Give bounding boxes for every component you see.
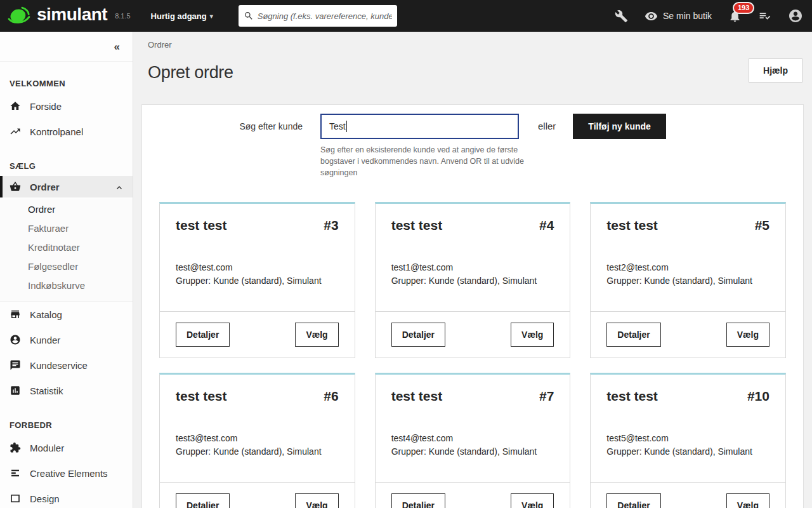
customer-id: #10	[747, 389, 769, 404]
or-label: eller	[538, 114, 556, 139]
trending-up-icon	[10, 126, 21, 137]
add-customer-button[interactable]: Tilføj ny kunde	[573, 114, 666, 139]
sidebar-item-kundeservice[interactable]: Kundeservice	[0, 352, 133, 378]
details-button[interactable]: Detaljer	[391, 323, 445, 347]
brand-logo[interactable]: simulant	[6, 6, 107, 26]
sidebar-item-katalog[interactable]: Katalog	[0, 302, 133, 327]
sidebar-item-moduler[interactable]: Moduler	[0, 435, 133, 460]
customer-name: test test	[391, 218, 443, 233]
orders-list-check-icon[interactable]	[758, 10, 771, 23]
customer-groups: Grupper: Kunde (standard), Simulant	[606, 445, 769, 458]
account-icon[interactable]	[788, 8, 803, 23]
global-search-input[interactable]	[258, 11, 392, 21]
simulant-leaf-icon	[6, 6, 32, 26]
sidebar-subitem-ordrer[interactable]: Ordrer	[0, 199, 133, 218]
customer-name: test test	[176, 218, 227, 233]
customer-id: #7	[539, 389, 554, 404]
details-button[interactable]: Detaljer	[176, 493, 230, 508]
search-icon	[244, 11, 254, 21]
customer-email: test5@test.com	[606, 432, 769, 445]
customer-id: #6	[324, 389, 338, 404]
caret-down-icon: ▾	[210, 13, 213, 20]
sidebar-subitem-indk-bskurve[interactable]: Indkøbskurve	[0, 276, 133, 295]
customer-card: test test #10 test5@test.com Grupper: Ku…	[590, 373, 786, 508]
select-button[interactable]: Vælg	[295, 323, 338, 347]
customer-groups: Grupper: Kunde (standard), Simulant	[176, 274, 339, 288]
topbar-actions: Se min butik 193	[615, 7, 803, 25]
customer-name: test test	[606, 389, 658, 404]
sidebar-item-label: Moduler	[30, 443, 64, 453]
select-button[interactable]: Vælg	[726, 323, 769, 347]
details-button[interactable]: Detaljer	[606, 323, 660, 347]
sidebar-section-heading: FORBEDR	[0, 420, 133, 430]
select-button[interactable]: Vælg	[726, 493, 769, 508]
customer-id: #4	[539, 218, 554, 233]
sidebar-subitem-f-lgesedler[interactable]: Følgesedler	[0, 257, 133, 276]
customer-search-label: Søg efter kunde	[142, 114, 320, 139]
version-label: 8.1.5	[115, 12, 130, 20]
eye-icon	[645, 10, 658, 23]
sidebar-item-label: Design	[30, 493, 60, 504]
sidebar-nav: VELKOMMENForsideKontrolpanelSÆLGOrdrerOr…	[0, 79, 133, 508]
customer-card: test test #5 test2@test.com Grupper: Kun…	[590, 202, 786, 358]
select-button[interactable]: Vælg	[295, 493, 338, 508]
sidebar-collapse-strip: «	[0, 32, 133, 62]
select-button[interactable]: Vælg	[511, 323, 554, 347]
store-icon	[10, 309, 21, 320]
customer-card: test test #3 test@test.com Grupper: Kund…	[159, 202, 355, 358]
sidebar-item-label: Kundeservice	[30, 360, 88, 371]
sidebar-subitem-fakturaer[interactable]: Fakturaer	[0, 218, 133, 237]
sidebar-item-label: Katalog	[30, 309, 62, 320]
customer-search-form: Søg efter kunde Test Søg efter en eksist…	[142, 105, 803, 178]
sidebar-item-ordrer[interactable]: Ordrer	[0, 176, 133, 197]
sidebar-item-forside[interactable]: Forside	[0, 93, 133, 119]
notifications-button[interactable]: 193	[728, 7, 742, 25]
design-icon	[10, 493, 21, 504]
view-shop-link[interactable]: Se min butik	[645, 10, 712, 23]
customer-email: test2@test.com	[606, 261, 769, 274]
sidebar-item-kontrolpanel[interactable]: Kontrolpanel	[0, 119, 133, 144]
sidebar-item-design[interactable]: Design	[0, 486, 133, 508]
details-button[interactable]: Detaljer	[606, 493, 660, 508]
details-button[interactable]: Detaljer	[391, 493, 445, 508]
page-header: Ordrer Opret ordre Hjælp	[133, 32, 812, 104]
customer-search-input[interactable]: Test	[320, 114, 519, 139]
content-panel: Søg efter kunde Test Søg efter en eksist…	[141, 104, 804, 508]
customer-card: test test #4 test1@test.com Grupper: Kun…	[375, 202, 571, 358]
sidebar-item-kunder[interactable]: Kunder	[0, 327, 133, 352]
quick-access-menu[interactable]: Hurtig adgang ▾	[151, 11, 213, 21]
main-area: Ordrer Opret ordre Hjælp Søg efter kunde…	[133, 32, 812, 508]
wrench-icon[interactable]	[615, 10, 628, 23]
customer-email: test3@test.com	[176, 432, 339, 445]
customer-name: test test	[606, 218, 658, 233]
brand-name: simulant	[37, 6, 107, 26]
help-button[interactable]: Hjælp	[749, 58, 802, 83]
sidebar-item-statistik[interactable]: Statistik	[0, 378, 133, 403]
customer-id: #3	[324, 218, 338, 233]
customer-email: test1@test.com	[391, 261, 554, 274]
sidebar-section-heading: SÆLG	[0, 161, 133, 171]
select-button[interactable]: Vælg	[511, 493, 554, 508]
customer-name: test test	[391, 389, 443, 404]
customer-email: test@test.com	[176, 261, 339, 274]
sidebar: « VELKOMMENForsideKontrolpanelSÆLGOrdrer…	[0, 32, 133, 508]
creative-elements-icon	[10, 467, 21, 479]
quick-access-label: Hurtig adgang	[151, 11, 207, 21]
details-button[interactable]: Detaljer	[176, 323, 230, 347]
stats-icon	[10, 385, 21, 396]
sidebar-item-label: Forside	[30, 101, 62, 112]
sidebar-item-creative-elements[interactable]: Creative Elements	[0, 460, 133, 486]
customer-id: #5	[755, 218, 769, 233]
collapse-sidebar-button[interactable]: «	[114, 41, 120, 52]
customer-card: test test #7 test4@test.com Grupper: Kun…	[375, 373, 571, 508]
customer-search-help-text: Søg efter en eksisterende kunde ved at a…	[320, 144, 530, 178]
sidebar-item-label: Kunder	[30, 335, 60, 345]
chat-icon	[10, 359, 21, 371]
topbar: simulant 8.1.5 Hurtig adgang ▾ Se min bu…	[0, 0, 812, 32]
breadcrumb[interactable]: Ordrer	[148, 40, 812, 50]
sidebar-submenu-ordrer: OrdrerFakturaerKreditnotaerFølgesedlerIn…	[0, 199, 133, 302]
page-title: Opret ordre	[148, 63, 812, 83]
sidebar-subitem-kreditnotaer[interactable]: Kreditnotaer	[0, 237, 133, 257]
customer-email: test4@test.com	[391, 432, 554, 445]
puzzle-icon	[10, 442, 21, 453]
